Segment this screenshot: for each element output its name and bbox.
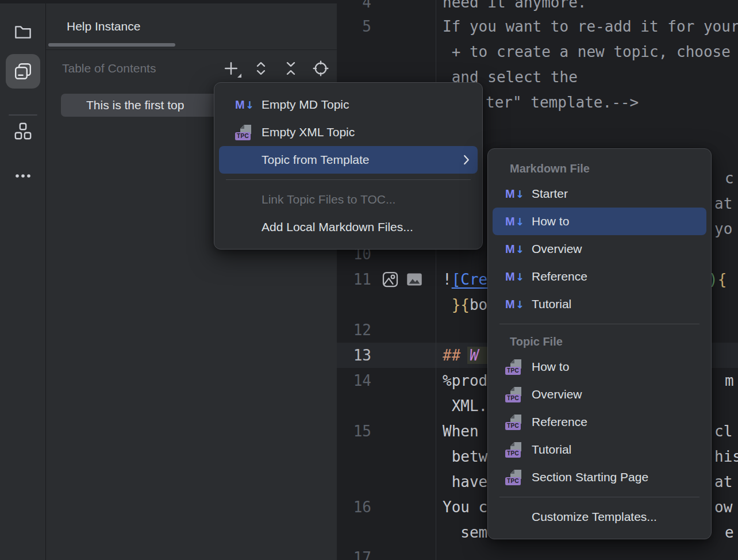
code-fragment: You c bbox=[443, 494, 487, 520]
topic-file-icon: TPC bbox=[235, 124, 253, 141]
submenu-item-overview-topic[interactable]: TPC Overview bbox=[493, 381, 706, 408]
submenu-item-customize-templates[interactable]: Customize Templates... bbox=[493, 503, 706, 531]
activity-bar bbox=[0, 0, 46, 560]
plus-icon bbox=[223, 60, 239, 76]
submenu-section-header-topic-file: Topic File bbox=[493, 330, 706, 353]
code-fragment: ![Cre bbox=[443, 267, 487, 292]
code-fragment: c bbox=[725, 166, 734, 191]
folder-icon bbox=[14, 23, 32, 41]
code-fragment: e bbox=[725, 520, 734, 545]
code-fragment: When bbox=[443, 419, 479, 444]
line-number: 15 bbox=[337, 419, 371, 444]
line-number: 16 bbox=[337, 494, 371, 520]
submenu-item-how-to-md[interactable]: M↓ How to bbox=[493, 208, 706, 235]
line-number: 5 bbox=[337, 14, 371, 39]
code-fragment: have bbox=[443, 469, 487, 494]
menu-item-empty-xml-topic[interactable]: TPC Empty XML Topic bbox=[219, 118, 478, 146]
image-outline-gutter-icon[interactable] bbox=[382, 271, 399, 288]
menu-item-label: Add Local Markdown Files... bbox=[262, 220, 413, 234]
code-fragment: }{bo bbox=[443, 292, 487, 317]
locate-open-file-button[interactable] bbox=[313, 60, 329, 76]
image-preview-gutter-icon[interactable] bbox=[406, 271, 423, 288]
menu-item-add-local-markdown-files[interactable]: Add Local Markdown Files... bbox=[219, 213, 478, 241]
line-number: 11 bbox=[337, 267, 371, 292]
submenu-item-label: Section Starting Page bbox=[532, 470, 648, 484]
code-fragment: sem bbox=[443, 520, 487, 545]
submenu-item-tutorial-md[interactable]: M↓ Tutorial bbox=[493, 290, 706, 318]
window-top-edge bbox=[0, 0, 337, 3]
tool-window-button-structure[interactable] bbox=[6, 114, 40, 148]
code-fragment: yo bbox=[714, 216, 732, 241]
toc-toolbar bbox=[223, 50, 329, 87]
markdown-file-icon: M↓ bbox=[505, 270, 524, 283]
target-icon bbox=[313, 60, 329, 76]
submenu-item-label: Customize Templates... bbox=[532, 510, 657, 524]
submenu-arrow-icon bbox=[463, 155, 470, 165]
markdown-file-icon: M↓ bbox=[235, 98, 253, 112]
topic-file-icon: TPC bbox=[505, 386, 524, 403]
add-topic-button[interactable] bbox=[223, 60, 239, 76]
menu-item-link-topic-files: Link Topic Files to TOC... bbox=[219, 186, 478, 213]
code-fragment: need it anymore. bbox=[443, 0, 586, 15]
md-icon-arrow: ↓ bbox=[245, 99, 254, 111]
submenu-item-label: Reference bbox=[532, 270, 587, 283]
submenu-item-starter[interactable]: M↓ Starter bbox=[493, 180, 706, 208]
code-text: bo bbox=[470, 296, 487, 313]
code-fragment-heading: ## W bbox=[443, 343, 488, 368]
code-fragment: cl bbox=[714, 419, 732, 444]
heading-marker: ## bbox=[443, 347, 470, 364]
menu-item-label: Link Topic Files to TOC... bbox=[262, 193, 395, 206]
tool-window-tab-help-instance[interactable]: Help Instance bbox=[67, 3, 140, 49]
submenu-item-label: Tutorial bbox=[532, 443, 571, 457]
tool-window-header: Help Instance bbox=[46, 3, 337, 49]
collapse-all-button[interactable] bbox=[283, 60, 299, 76]
code-fragment: XML. bbox=[443, 393, 487, 419]
submenu-item-how-to-topic[interactable]: TPC How to bbox=[493, 353, 706, 381]
submenu-item-label: Overview bbox=[532, 242, 582, 256]
submenu-item-reference-topic[interactable]: TPC Reference bbox=[493, 408, 706, 436]
structure-icon bbox=[14, 122, 32, 140]
submenu-item-label: How to bbox=[532, 214, 569, 228]
more-tool-windows-button[interactable] bbox=[6, 159, 40, 193]
menu-item-empty-md-topic[interactable]: M↓ Empty MD Topic bbox=[219, 91, 478, 118]
markdown-file-icon: M↓ bbox=[505, 243, 524, 256]
code-fragment: ter" template.--> bbox=[486, 90, 639, 115]
submenu-item-section-starting-page[interactable]: TPC Section Starting Page bbox=[493, 463, 706, 491]
code-fragment: his bbox=[714, 444, 738, 469]
panel-title: Table of Contents bbox=[62, 62, 156, 75]
line-number: 14 bbox=[337, 368, 371, 393]
application-window: { "toc_panel": { "tab_label": "Help Inst… bbox=[0, 0, 738, 560]
line-number: 12 bbox=[337, 317, 371, 343]
line-number-current: 13 bbox=[337, 343, 371, 368]
md-icon-letter: M bbox=[235, 98, 245, 112]
code-braces: }{ bbox=[443, 296, 470, 313]
submenu-item-label: Tutorial bbox=[532, 297, 571, 311]
dropdown-corner-icon bbox=[237, 74, 241, 78]
submenu-item-label: Starter bbox=[532, 187, 568, 201]
tool-window-button-writerside-topics[interactable] bbox=[6, 54, 40, 89]
submenu-item-tutorial-topic[interactable]: TPC Tutorial bbox=[493, 436, 706, 463]
submenu-item-overview-md[interactable]: M↓ Overview bbox=[493, 235, 706, 263]
markdown-file-icon: M↓ bbox=[505, 187, 524, 201]
topic-from-template-submenu: Markdown File M↓ Starter M↓ How to M↓ Ov… bbox=[487, 148, 712, 539]
menu-item-label: Empty MD Topic bbox=[262, 98, 349, 112]
menu-item-label: Topic from Template bbox=[262, 153, 370, 167]
topics-icon bbox=[14, 62, 32, 80]
expand-all-button[interactable] bbox=[253, 60, 269, 76]
code-bang: ! bbox=[443, 271, 452, 288]
line-number: 4 bbox=[337, 0, 371, 15]
line-number: 17 bbox=[337, 545, 371, 560]
menu-item-topic-from-template[interactable]: Topic from Template bbox=[219, 146, 478, 174]
heading-word: W bbox=[467, 347, 488, 364]
toc-panel-header: Table of Contents bbox=[46, 50, 337, 87]
code-link[interactable]: [Cre bbox=[452, 271, 488, 288]
code-fragment: betw bbox=[443, 444, 487, 469]
topic-file-icon: TPC bbox=[505, 441, 524, 458]
submenu-section-header-markdown-file: Markdown File bbox=[493, 157, 706, 180]
markdown-file-icon: M↓ bbox=[505, 298, 524, 311]
submenu-item-reference-md[interactable]: M↓ Reference bbox=[493, 263, 706, 290]
active-tab-indicator bbox=[48, 43, 175, 47]
toc-tree-item-label: This is the first top bbox=[61, 98, 184, 112]
code-fragment: at bbox=[714, 191, 732, 216]
tool-window-button-project[interactable] bbox=[6, 15, 40, 49]
